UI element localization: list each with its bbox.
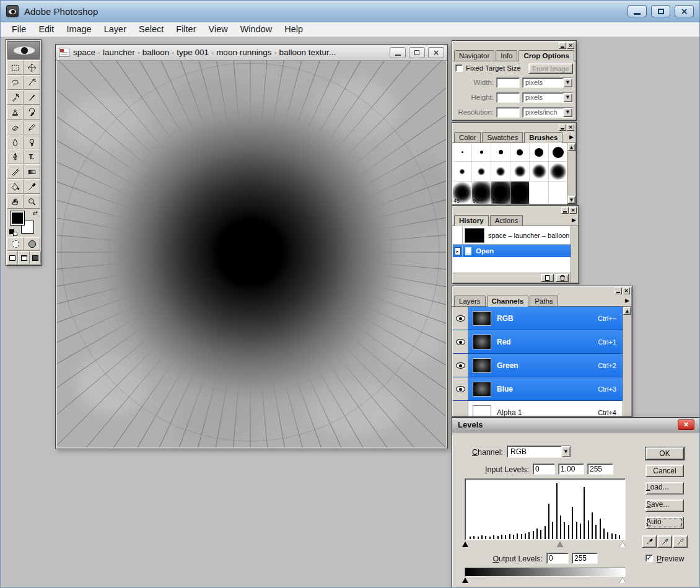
standard-screen-button[interactable] bbox=[7, 251, 18, 265]
panel-minimize-button[interactable] bbox=[561, 207, 569, 214]
panel-close-button[interactable]: × bbox=[569, 207, 577, 214]
white-point-eyedropper-button[interactable] bbox=[673, 535, 688, 548]
crop-options-panel-titlebar[interactable]: × bbox=[452, 41, 576, 50]
minimize-button[interactable] bbox=[628, 5, 647, 17]
document-minimize-button[interactable] bbox=[390, 47, 406, 58]
panel-menu-arrow-icon[interactable]: ▶ bbox=[625, 297, 629, 304]
brush-preset[interactable] bbox=[510, 143, 530, 161]
panel-close-button[interactable]: × bbox=[567, 124, 574, 131]
channel-row-alpha1[interactable]: Alpha 1 Ctrl+4 bbox=[453, 401, 623, 417]
default-colors-icon[interactable] bbox=[9, 229, 17, 236]
input-white-point[interactable] bbox=[587, 463, 613, 475]
visibility-toggle[interactable] bbox=[453, 401, 468, 417]
dropdown-arrow-icon[interactable]: ▼ bbox=[563, 108, 572, 117]
document-maximize-button[interactable] bbox=[409, 47, 425, 58]
visibility-toggle[interactable] bbox=[453, 354, 468, 377]
eyedropper-tool[interactable] bbox=[24, 179, 40, 194]
channel-dropdown[interactable]: RGB ▼ bbox=[507, 445, 571, 458]
visibility-toggle[interactable] bbox=[453, 330, 468, 353]
magic-wand-tool[interactable] bbox=[24, 75, 40, 90]
panel-close-button[interactable]: × bbox=[567, 42, 574, 49]
ok-button[interactable]: OK bbox=[645, 447, 684, 460]
menu-filter[interactable]: Filter bbox=[170, 22, 202, 37]
tab-info[interactable]: Info bbox=[496, 50, 517, 61]
brush-preset[interactable] bbox=[530, 182, 549, 204]
tab-history[interactable]: History bbox=[454, 215, 489, 226]
history-panel-titlebar[interactable]: × bbox=[452, 206, 579, 214]
menu-window[interactable]: Window bbox=[234, 22, 279, 37]
black-point-eyedropper-button[interactable] bbox=[642, 535, 657, 548]
brush-preset[interactable] bbox=[530, 143, 549, 161]
fixed-target-size-checkbox[interactable] bbox=[455, 64, 463, 72]
history-scrollbar[interactable] bbox=[571, 226, 578, 283]
eraser-tool[interactable] bbox=[7, 120, 24, 134]
input-midtone-slider[interactable] bbox=[557, 542, 563, 547]
brush-preset[interactable] bbox=[491, 162, 510, 181]
brushes-scrollbar[interactable]: ▲ ▼ bbox=[567, 143, 575, 204]
panel-minimize-button[interactable] bbox=[615, 287, 622, 294]
foreground-color-swatch[interactable] bbox=[11, 211, 24, 225]
input-shadow-slider[interactable] bbox=[462, 542, 468, 547]
brush-preset[interactable] bbox=[530, 162, 549, 181]
brush-preset[interactable]: 45 bbox=[453, 182, 472, 204]
width-input[interactable] bbox=[496, 77, 520, 88]
dropdown-arrow-icon[interactable]: ▼ bbox=[561, 446, 571, 457]
width-unit-dropdown[interactable]: pixels ▼ bbox=[522, 77, 573, 88]
cancel-button[interactable]: Cancel bbox=[645, 465, 684, 477]
history-snapshot-row[interactable]: space – launcher – balloon ... bbox=[453, 226, 571, 245]
menu-edit[interactable]: Edit bbox=[32, 22, 60, 37]
menu-image[interactable]: Image bbox=[60, 22, 97, 37]
marquee-tool[interactable] bbox=[7, 60, 24, 75]
new-snapshot-button[interactable] bbox=[541, 274, 554, 282]
airbrush-tool[interactable] bbox=[7, 90, 24, 105]
brush-preset[interactable] bbox=[453, 143, 472, 161]
front-image-button[interactable]: Front Image bbox=[528, 63, 573, 74]
blur-tool[interactable] bbox=[7, 134, 24, 149]
resolution-input[interactable] bbox=[496, 107, 520, 118]
dropdown-arrow-icon[interactable]: ▼ bbox=[563, 78, 572, 87]
gradient-tool[interactable] bbox=[24, 164, 40, 179]
brush-preset[interactable] bbox=[491, 143, 510, 161]
swap-colors-icon[interactable]: ⇄ bbox=[33, 210, 38, 216]
tab-swatches[interactable]: Swatches bbox=[482, 132, 523, 143]
channel-row-rgb[interactable]: RGB Ctrl+~ bbox=[453, 307, 623, 330]
brush-preset[interactable] bbox=[472, 162, 491, 181]
document-close-button[interactable]: × bbox=[428, 47, 444, 58]
output-highlight-slider[interactable] bbox=[619, 577, 626, 583]
dodge-tool[interactable] bbox=[24, 134, 40, 149]
move-tool[interactable] bbox=[24, 60, 40, 75]
output-white-point[interactable] bbox=[572, 553, 598, 564]
brush-preset[interactable] bbox=[510, 162, 530, 181]
history-brush-source-well[interactable] bbox=[453, 226, 463, 244]
brush-preset[interactable] bbox=[549, 162, 568, 181]
auto-button[interactable]: Auto bbox=[645, 517, 684, 529]
brushes-panel-titlebar[interactable]: × bbox=[452, 123, 576, 131]
canvas[interactable] bbox=[57, 61, 446, 447]
panel-menu-arrow-icon[interactable]: ▶ bbox=[569, 134, 574, 140]
close-button[interactable]: × bbox=[675, 5, 694, 17]
scroll-up-icon[interactable]: ▲ bbox=[567, 143, 575, 151]
pen-tool[interactable] bbox=[7, 149, 24, 164]
paint-bucket-tool[interactable] bbox=[7, 179, 24, 194]
save-button[interactable]: Save... bbox=[645, 499, 684, 512]
lasso-tool[interactable] bbox=[7, 75, 24, 90]
standard-mode-button[interactable] bbox=[7, 237, 24, 251]
paintbrush-tool[interactable] bbox=[24, 90, 40, 105]
tab-paths[interactable]: Paths bbox=[530, 296, 558, 306]
menu-select[interactable]: Select bbox=[133, 22, 170, 37]
quick-mask-mode-button[interactable] bbox=[24, 237, 40, 251]
menu-file[interactable]: File bbox=[6, 22, 32, 37]
channel-row-red[interactable]: Red Ctrl+1 bbox=[453, 330, 623, 354]
output-shadow-slider[interactable] bbox=[462, 577, 468, 583]
history-brush-tool[interactable] bbox=[24, 105, 40, 120]
type-tool[interactable]: T. bbox=[24, 149, 40, 164]
history-state-open[interactable]: ▸ Open bbox=[453, 245, 571, 257]
menu-view[interactable]: View bbox=[203, 22, 234, 37]
pencil-tool[interactable] bbox=[24, 120, 40, 134]
brush-preset[interactable] bbox=[549, 143, 568, 161]
input-black-point[interactable] bbox=[533, 463, 555, 475]
tab-crop-options[interactable]: Crop Options bbox=[518, 50, 574, 61]
brush-preset[interactable] bbox=[549, 182, 568, 204]
clone-stamp-tool[interactable] bbox=[7, 105, 24, 120]
hand-tool[interactable] bbox=[7, 194, 24, 209]
